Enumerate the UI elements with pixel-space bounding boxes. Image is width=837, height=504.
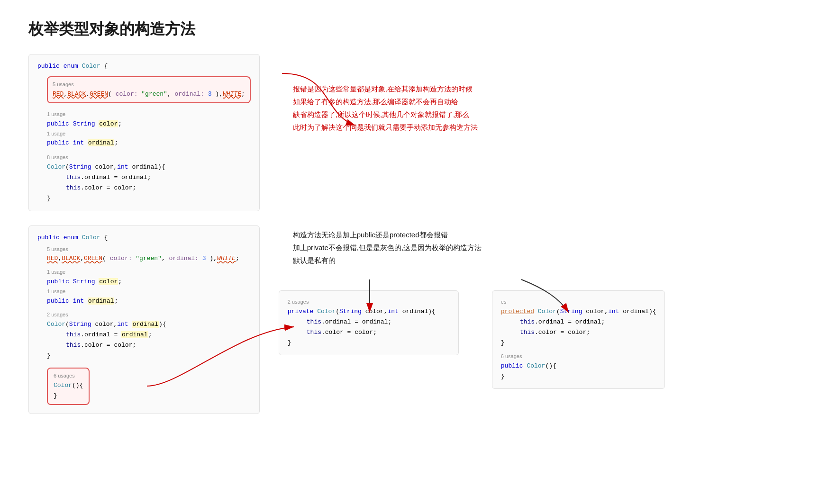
right-section: 报错是因为这些常量都是对象,在给其添加构造方法的时候 如果给了有参的构造方法,那…	[279, 54, 809, 414]
left-column: public enum Color { 5 usages RED,BLACK,G…	[28, 54, 260, 414]
field-color: color	[99, 120, 118, 127]
this-keyword-3: this	[307, 318, 321, 325]
param-ordinal-val: 3	[208, 90, 212, 98]
keyword-public: public	[37, 63, 60, 70]
enum-constants-highlighted: 5 usages RED,BLACK,GREEN( color: "green"…	[47, 76, 251, 103]
param-color-label: color:	[112, 90, 141, 98]
code-block-2: public enum Color { 5 usages RED,BLACK,G…	[28, 225, 260, 414]
keyword-protected: protected	[501, 308, 534, 315]
class-color: Color	[82, 63, 100, 70]
enum-red: RED	[53, 90, 64, 98]
main-content: public enum Color { 5 usages RED,BLACK,G…	[28, 54, 809, 414]
enum-white: WHITE	[223, 90, 241, 98]
annotation-1: 报错是因为这些常量都是对象,在给其添加构造方法的时候 如果给了有参的构造方法,那…	[293, 82, 809, 134]
code-block-private: 2 usages private Color(String color,int …	[279, 290, 459, 355]
this-keyword-6: this	[520, 329, 535, 336]
code-block-protected: es protected Color(String color,int ordi…	[492, 290, 665, 389]
page-title: 枚举类型对象的构造方法	[28, 19, 809, 40]
keyword-enum: enum	[64, 63, 78, 70]
annotation-2: 构造方法无论是加上public还是protected都会报错 加上private…	[293, 228, 809, 267]
usages-label-1: 5 usages	[53, 80, 245, 89]
field-ordinal: ordinal	[88, 139, 115, 146]
param-ordinal-label: ordinal:	[175, 90, 208, 98]
this-keyword-1: this	[66, 174, 81, 181]
usages-label-2: 1 usage	[47, 110, 251, 119]
annotation-text-1: 报错是因为这些常量都是对象,在给其添加构造方法的时候 如果给了有参的构造方法,那…	[293, 82, 809, 134]
param-color-val: "green"	[141, 90, 167, 98]
code-block-1: public enum Color { 5 usages RED,BLACK,G…	[28, 54, 260, 211]
this-keyword-5: this	[520, 318, 535, 325]
usages-label-4: 8 usages	[47, 153, 251, 162]
enum-green: GREEN	[90, 90, 108, 98]
this-keyword-4: this	[307, 329, 321, 336]
bottom-code-row: 2 usages private Color(String color,int …	[279, 290, 809, 389]
no-arg-ctor-highlighted: 6 usages Color(){ }	[47, 368, 90, 405]
usages-label-3: 1 usage	[47, 129, 251, 138]
annotation-text-2: 构造方法无论是加上public还是protected都会报错 加上private…	[293, 228, 809, 267]
this-keyword-2: this	[66, 184, 81, 191]
enum-black: BLACK	[67, 90, 86, 98]
